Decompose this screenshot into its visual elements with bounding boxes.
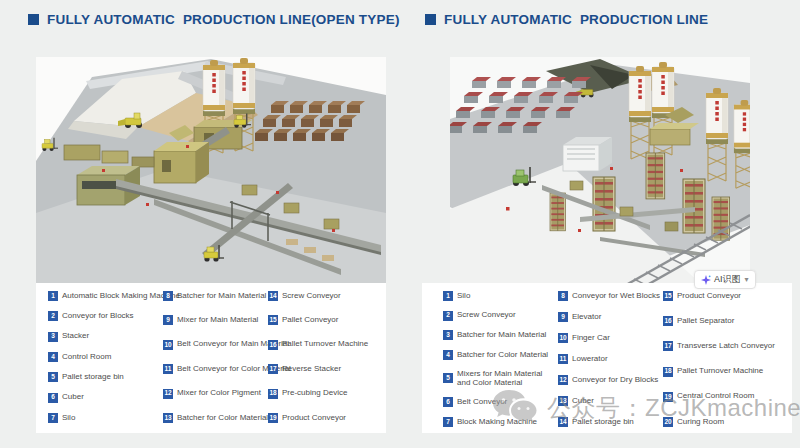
legend-item: 6Belt Conveyor [443, 397, 558, 407]
legend-number-badge: 4 [443, 350, 453, 360]
legend-number-badge: 7 [48, 413, 58, 423]
legend-item-label: Screw Conveyor [457, 311, 516, 320]
legend-number-badge: 17 [663, 341, 673, 351]
legend-item-label: Pre-cubing Device [282, 389, 347, 398]
legend-number-badge: 9 [163, 315, 173, 325]
legend-number-badge: 9 [558, 312, 568, 322]
legend-column: 8Conveyor for Wet Blocks9Elevator10Finge… [558, 291, 663, 427]
legend-number-badge: 2 [443, 311, 453, 321]
legend-item: 19Product Conveyor [268, 413, 398, 423]
legend-item-label: Batcher for Main Material [177, 292, 266, 301]
title-bullet-icon [28, 14, 39, 25]
legend-item: 5Mixers for Main Material and Color Mate… [443, 370, 558, 388]
legend-item: 2Conveyor for Blocks [48, 311, 163, 321]
legend-item: 9Mixer for Main Material [163, 315, 268, 325]
central-control-room [563, 137, 612, 171]
page-title: FULLY AUTOMATIC PRODUCTION LINE [444, 12, 708, 27]
legend-number-badge: 1 [48, 291, 58, 301]
legend-item: 10Finger Car [558, 333, 663, 343]
legend-item: 18Pallet Turnover Machine [663, 367, 793, 377]
legend-item: 10Belt Conveyor for Main Material [163, 340, 268, 350]
legend-column: 1Silo2Screw Conveyor3Batcher for Main Ma… [443, 291, 558, 427]
ai-recognize-button[interactable]: AI识图 ▾ [694, 270, 756, 289]
legend-item: 11Belt Conveyor for Color Material [163, 364, 268, 374]
legend-item: 2Screw Conveyor [443, 311, 558, 321]
legend-item: 17Reverse Stacker [268, 364, 398, 374]
legend-item-label: Block Making Machine [457, 418, 537, 427]
legend-item-label: Central Control Room [677, 392, 754, 401]
legend-item-label: Mixer for Color Pigment [177, 389, 261, 398]
legend-item: 8Batcher for Main Material [163, 291, 268, 301]
legend-item: 8Conveyor for Wet Blocks [558, 291, 663, 301]
legend-number-badge: 20 [663, 417, 673, 427]
legend-number-badge: 3 [443, 330, 453, 340]
ai-recognize-label: AI识图 [714, 273, 741, 286]
legend-item-label: Belt Conveyor [457, 398, 507, 407]
legend-number-badge: 7 [443, 417, 453, 427]
legend-item-label: Transverse Latch Conveyor [677, 342, 775, 351]
legend-number-badge: 4 [48, 352, 58, 362]
brochure-page: FULLY AUTOMATIC PRODUCTION LINE(OPEN TYP… [0, 0, 800, 448]
left-legend: 1Automatic Block Making Machine2Conveyor… [36, 283, 386, 433]
legend-number-badge: 19 [268, 413, 278, 423]
legend-item: 13Batcher for Color Material [163, 413, 268, 423]
legend-item: 17Transverse Latch Conveyor [663, 341, 793, 351]
sparkle-icon [701, 275, 711, 285]
curing-rack-tower [593, 177, 615, 231]
legend-number-badge: 6 [443, 397, 453, 407]
legend-item: 14Pallet storage bin [558, 417, 663, 427]
legend-item: 1Silo [443, 291, 558, 301]
legend-item: 15Product Conveyor [663, 291, 793, 301]
legend-item-label: Batcher for Color Material [457, 351, 548, 360]
legend-item-label: Elevator [572, 313, 601, 322]
legend-item: 11Lowerator [558, 354, 663, 364]
legend-number-badge: 1 [443, 291, 453, 301]
legend-item: 9Elevator [558, 312, 663, 322]
legend-item: 14Screw Conveyor [268, 291, 398, 301]
legend-number-badge: 11 [558, 354, 568, 364]
legend-item-label: Batcher for Main Material [457, 331, 546, 340]
legend-item-label: Finger Car [572, 334, 610, 343]
legend-item-label: Pallet storage bin [572, 418, 634, 427]
legend-item-label: Pallet Turnover Machine [282, 340, 368, 349]
legend-number-badge: 8 [558, 291, 568, 301]
legend-item-label: Screw Conveyor [282, 292, 341, 301]
left-production-line-image [36, 57, 386, 283]
legend-item: 15Pallet Conveyor [268, 315, 398, 325]
legend-item-label: Pallet Turnover Machine [677, 367, 763, 376]
legend-item-label: Product Conveyor [677, 292, 741, 301]
legend-item-label: Mixers for Main Material and Color Mater… [457, 370, 549, 388]
chevron-down-icon: ▾ [745, 275, 749, 284]
legend-item-label: Conveyor for Dry Blocks [572, 376, 658, 385]
legend-item: 7Silo [48, 413, 163, 423]
legend-item: 18Pre-cubing Device [268, 389, 398, 399]
legend-item-label: Lowerator [572, 355, 608, 364]
legend-item: 12Mixer for Color Pigment [163, 389, 268, 399]
legend-number-badge: 19 [663, 392, 673, 402]
legend-item: 19Central Control Room [663, 392, 793, 402]
legend-item-label: Conveyor for Blocks [62, 312, 134, 321]
legend-item: 6Cuber [48, 393, 163, 403]
legend-item-label: Silo [457, 292, 470, 301]
legend-item-label: Curing Room [677, 418, 724, 427]
legend-item-label: Batcher for Color Material [177, 414, 268, 423]
legend-item-label: Pallet Separator [677, 317, 734, 326]
legend-item: 16Pallet Separator [663, 316, 793, 326]
legend-number-badge: 15 [268, 315, 278, 325]
curing-rack-tower [683, 179, 705, 233]
legend-number-badge: 5 [48, 372, 58, 382]
legend-column: 1Automatic Block Making Machine2Conveyor… [48, 291, 163, 423]
legend-item: 7Block Making Machine [443, 417, 558, 427]
legend-item: 16Pallet Turnover Machine [268, 340, 398, 350]
legend-item-label: Product Conveyor [282, 414, 346, 423]
legend-number-badge: 13 [558, 396, 568, 406]
legend-number-badge: 12 [558, 375, 568, 385]
legend-item-label: Cuber [572, 397, 594, 406]
legend-number-badge: 13 [163, 413, 173, 423]
legend-number-badge: 16 [663, 316, 673, 326]
legend-number-badge: 10 [163, 340, 173, 350]
legend-number-badge: 15 [663, 291, 673, 301]
legend-item-label: Pallet Conveyor [282, 316, 338, 325]
legend-number-badge: 10 [558, 333, 568, 343]
legend-item: 4Control Room [48, 352, 163, 362]
